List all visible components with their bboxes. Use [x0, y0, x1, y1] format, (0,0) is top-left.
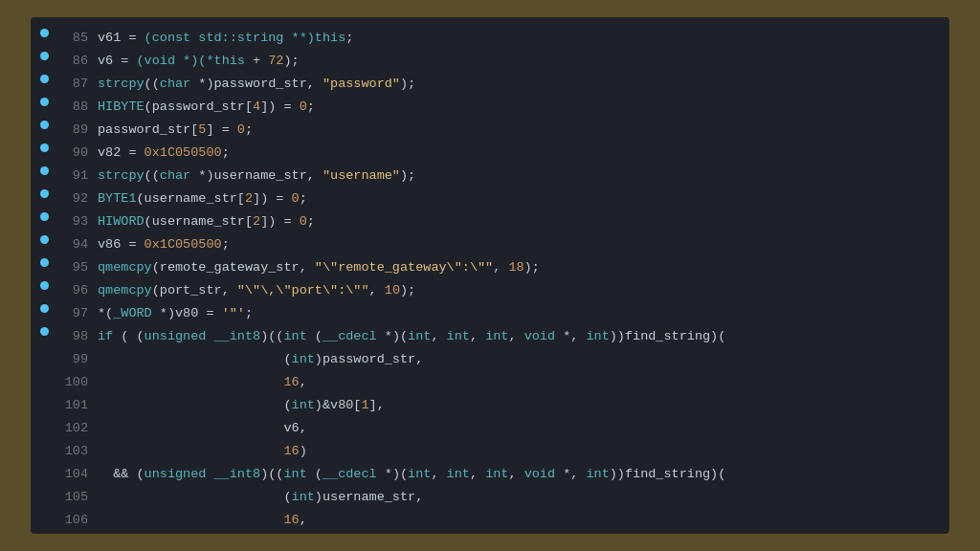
code-line: 99 (int)password_str,	[31, 348, 949, 371]
code-line: 96qmemcpy(port_str, "\"\,\"port\":\"", 1…	[31, 279, 949, 302]
line-number: 91	[57, 165, 98, 187]
line-content: && (unsigned __int8)((int (__cdecl *)(in…	[98, 464, 949, 485]
line-content: v82 = 0x1C050500;	[98, 143, 949, 164]
line-number: 107	[57, 533, 98, 534]
line-content: password_str[5] = 0;	[98, 120, 949, 141]
line-number: 100	[57, 372, 98, 393]
line-number: 104	[57, 464, 98, 485]
code-line: 107 (int)&v80[1],	[31, 532, 949, 534]
breakpoint-dot[interactable]	[31, 120, 57, 129]
code-line: 103 16)	[31, 440, 949, 463]
line-number: 95	[57, 257, 98, 278]
line-number: 106	[57, 510, 98, 531]
breakpoint-dot[interactable]	[31, 510, 57, 511]
breakpoint-indicator	[40, 327, 49, 336]
code-line: 93HIWORD(username_str[2]) = 0;	[31, 210, 949, 233]
breakpoint-dot[interactable]	[31, 464, 57, 465]
code-line: 88HIBYTE(password_str[4]) = 0;	[31, 96, 949, 119]
breakpoint-dot[interactable]	[31, 533, 57, 534]
code-line: 91strcpy((char *)username_str, "username…	[31, 165, 949, 187]
line-number: 98	[57, 326, 98, 347]
breakpoint-indicator	[40, 304, 49, 313]
line-content: if ( (unsigned __int8)((int (__cdecl *)(…	[98, 326, 949, 347]
breakpoint-dot[interactable]	[31, 28, 57, 37]
line-number: 87	[57, 74, 98, 95]
code-line: 102 v6,	[31, 417, 949, 440]
line-content: v86 = 0x1C050500;	[98, 234, 949, 255]
breakpoint-dot[interactable]	[31, 188, 57, 198]
line-number: 89	[57, 120, 98, 141]
breakpoint-indicator	[40, 258, 49, 267]
breakpoint-indicator	[40, 212, 49, 221]
breakpoint-dot[interactable]	[31, 280, 57, 290]
code-line: 100 16,	[31, 371, 949, 394]
line-content: v6 = (void *)(*this + 72);	[98, 51, 949, 72]
line-number: 94	[57, 234, 98, 255]
line-content: (int)password_str,	[98, 349, 949, 370]
breakpoint-dot[interactable]	[31, 372, 57, 373]
breakpoint-dot[interactable]	[31, 418, 57, 419]
line-content: 16,	[98, 372, 949, 393]
breakpoint-indicator	[40, 75, 49, 83]
line-content: HIBYTE(password_str[4]) = 0;	[98, 97, 949, 118]
code-line: 105 (int)username_str,	[31, 486, 949, 509]
code-line: 86v6 = (void *)(*this + 72);	[31, 50, 949, 73]
line-content: *(_WORD *)v80 = '"';	[98, 303, 949, 324]
line-number: 88	[57, 97, 98, 118]
breakpoint-indicator	[40, 121, 49, 129]
breakpoint-dot[interactable]	[31, 395, 57, 396]
breakpoint-indicator	[40, 52, 49, 60]
breakpoint-dot[interactable]	[31, 97, 57, 106]
code-line: 92BYTE1(username_str[2]) = 0;	[31, 187, 949, 210]
line-number: 90	[57, 143, 98, 164]
code-line: 106 16,	[31, 509, 949, 532]
code-line: 104 && (unsigned __int8)((int (__cdecl *…	[31, 463, 949, 486]
code-line: 90v82 = 0x1C050500;	[31, 142, 949, 165]
code-line: 85v61 = (const std::string **)this;	[31, 27, 949, 50]
line-number: 96	[57, 280, 98, 301]
code-line: 89password_str[5] = 0;	[31, 119, 949, 142]
code-line: 95qmemcpy(remote_gateway_str, "\"remote_…	[31, 256, 949, 279]
breakpoint-dot[interactable]	[31, 257, 57, 267]
code-line: 97*(_WORD *)v80 = '"';	[31, 302, 949, 325]
line-number: 102	[57, 418, 98, 439]
breakpoint-dot[interactable]	[31, 51, 57, 60]
line-number: 97	[57, 303, 98, 324]
line-content: (int)username_str,	[98, 487, 949, 508]
breakpoint-dot[interactable]	[31, 211, 57, 221]
line-number: 86	[57, 51, 98, 72]
breakpoint-indicator	[40, 29, 49, 37]
breakpoint-dot[interactable]	[31, 487, 57, 488]
line-number: 92	[57, 188, 98, 209]
line-content: qmemcpy(port_str, "\"\,\"port\":\"", 10)…	[98, 280, 949, 301]
line-number: 85	[57, 28, 98, 49]
breakpoint-dot[interactable]	[31, 165, 57, 175]
line-number: 93	[57, 211, 98, 232]
breakpoint-dot[interactable]	[31, 74, 57, 83]
line-number: 99	[57, 349, 98, 370]
line-content: 16)	[98, 441, 949, 462]
breakpoint-indicator	[40, 235, 49, 244]
code-line: 98if ( (unsigned __int8)((int (__cdecl *…	[31, 325, 949, 348]
breakpoint-dot[interactable]	[31, 441, 57, 442]
code-line: 87strcpy((char *)password_str, "password…	[31, 73, 949, 96]
line-content: strcpy((char *)username_str, "username")…	[98, 165, 949, 187]
line-number: 103	[57, 441, 98, 462]
breakpoint-dot[interactable]	[31, 349, 57, 350]
line-content: (int)&v80[1],	[98, 533, 949, 534]
code-line: 101 (int)&v80[1],	[31, 394, 949, 417]
code-editor: 85v61 = (const std::string **)this;86v6 …	[31, 17, 949, 534]
breakpoint-indicator	[40, 98, 49, 106]
breakpoint-indicator	[40, 189, 49, 198]
line-number: 105	[57, 487, 98, 508]
breakpoint-dot[interactable]	[31, 143, 57, 152]
line-content: HIWORD(username_str[2]) = 0;	[98, 211, 949, 232]
line-content: strcpy((char *)password_str, "password")…	[98, 74, 949, 95]
line-content: v6,	[98, 418, 949, 439]
breakpoint-dot[interactable]	[31, 303, 57, 313]
breakpoint-dot[interactable]	[31, 326, 57, 336]
line-content: qmemcpy(remote_gateway_str, "\"remote_ga…	[98, 257, 949, 278]
breakpoint-dot[interactable]	[31, 234, 57, 244]
line-content: BYTE1(username_str[2]) = 0;	[98, 188, 949, 209]
line-content: (int)&v80[1],	[98, 395, 949, 416]
